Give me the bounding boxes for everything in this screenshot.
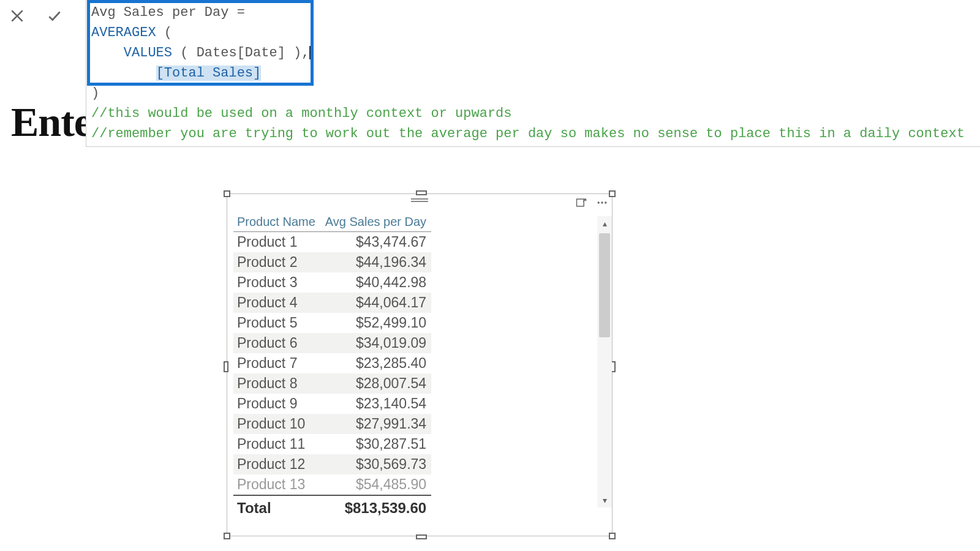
table-row[interactable]: Product 11$30,287.51 <box>233 434 431 454</box>
table-row[interactable]: Product 6$34,019.09 <box>233 333 431 353</box>
cell-product-name: Product 5 <box>233 313 322 333</box>
table-row[interactable]: Product 12$30,569.73 <box>233 454 431 474</box>
visual-header <box>227 194 612 210</box>
commit-button[interactable] <box>43 5 66 27</box>
svg-point-3 <box>598 201 600 203</box>
table-row[interactable]: Product 5$52,499.10 <box>233 313 431 333</box>
cell-avg-sales: $44,064.17 <box>322 293 431 313</box>
table-visual[interactable]: Product Name Avg Sales per Day Product 1… <box>227 193 612 536</box>
table-row[interactable]: Product 1$43,474.67 <box>233 232 431 253</box>
formula-measure-ref: [Total Sales] <box>156 66 262 81</box>
more-options-button[interactable] <box>596 197 608 211</box>
check-icon <box>47 8 62 24</box>
table-row[interactable]: Product 4$44,064.17 <box>233 293 431 313</box>
cell-product-name: Product 7 <box>233 353 322 373</box>
cell-avg-sales: $23,140.54 <box>322 394 431 414</box>
resize-handle[interactable] <box>224 533 230 539</box>
formula-fn-averagex: AVERAGEX <box>91 25 156 40</box>
cell-product-name: Product 6 <box>233 333 322 353</box>
cell-product-name: Product 8 <box>233 373 322 394</box>
cell-product-name: Product 4 <box>233 293 322 313</box>
formula-comment: //remember you are trying to work out th… <box>91 126 965 141</box>
cell-product-name: Product 9 <box>233 394 322 414</box>
table-row[interactable]: Product 10$27,991.34 <box>233 414 431 434</box>
column-header-product[interactable]: Product Name <box>233 212 322 232</box>
focus-icon <box>575 197 587 209</box>
table-row[interactable]: Product 3$40,442.98 <box>233 272 431 293</box>
svg-rect-2 <box>577 199 584 206</box>
formula-comment: //this would be used on a monthly contex… <box>91 106 512 121</box>
cell-product-name: Product 13 <box>233 474 322 495</box>
ellipsis-icon <box>596 197 608 209</box>
cell-product-name: Product 1 <box>233 232 322 253</box>
close-icon <box>9 8 25 24</box>
table-row[interactable]: Product 9$23,140.54 <box>233 394 431 414</box>
svg-point-5 <box>605 201 606 203</box>
formula-measure-name: Avg Sales per Day = <box>91 5 253 20</box>
cell-product-name: Product 12 <box>233 454 322 474</box>
scroll-up-icon[interactable]: ▴ <box>597 216 612 231</box>
vertical-scrollbar[interactable]: ▴ ▾ <box>597 216 612 508</box>
focus-mode-button[interactable] <box>575 197 587 211</box>
cell-avg-sales: $52,499.10 <box>322 313 431 333</box>
cell-avg-sales: $27,991.34 <box>322 414 431 434</box>
cell-avg-sales: $54,485.90 <box>322 474 431 495</box>
svg-point-4 <box>601 201 603 203</box>
cell-product-name: Product 11 <box>233 434 322 454</box>
scroll-down-icon[interactable]: ▾ <box>597 493 612 508</box>
cell-avg-sales: $43,474.67 <box>322 232 431 253</box>
cell-avg-sales: $30,287.51 <box>322 434 431 454</box>
cell-avg-sales: $23,285.40 <box>322 353 431 373</box>
cell-product-name: Product 3 <box>233 272 322 293</box>
table-row[interactable]: Product 13$54,485.90 <box>233 474 431 495</box>
text-caret <box>309 46 311 59</box>
data-table: Product Name Avg Sales per Day Product 1… <box>233 212 431 519</box>
resize-handle[interactable] <box>416 534 427 539</box>
scroll-thumb[interactable] <box>599 233 610 337</box>
page-title: Ente <box>11 98 92 146</box>
table-row[interactable]: Product 8$28,007.54 <box>233 373 431 394</box>
table-row[interactable]: Product 7$23,285.40 <box>233 353 431 373</box>
cell-avg-sales: $40,442.98 <box>322 272 431 293</box>
formula-bar[interactable]: Avg Sales per Day = AVERAGEX ( VALUES ( … <box>86 0 980 147</box>
cell-product-name: Product 10 <box>233 414 322 434</box>
resize-handle[interactable] <box>224 361 228 372</box>
cell-avg-sales: $30,569.73 <box>322 454 431 474</box>
formula-fn-values: VALUES <box>124 45 172 61</box>
cell-product-name: Product 2 <box>233 252 322 272</box>
total-label: Total <box>233 495 322 519</box>
cell-avg-sales: $28,007.54 <box>322 373 431 394</box>
cell-avg-sales: $44,196.34 <box>322 252 431 272</box>
resize-handle[interactable] <box>609 533 616 539</box>
drag-grip-icon[interactable] <box>411 198 428 203</box>
total-value: $813,539.60 <box>322 495 431 519</box>
column-header-avg[interactable]: Avg Sales per Day <box>322 212 431 232</box>
cancel-button[interactable] <box>6 5 28 27</box>
table-row[interactable]: Product 2$44,196.34 <box>233 252 431 272</box>
cell-avg-sales: $34,019.09 <box>322 333 431 353</box>
